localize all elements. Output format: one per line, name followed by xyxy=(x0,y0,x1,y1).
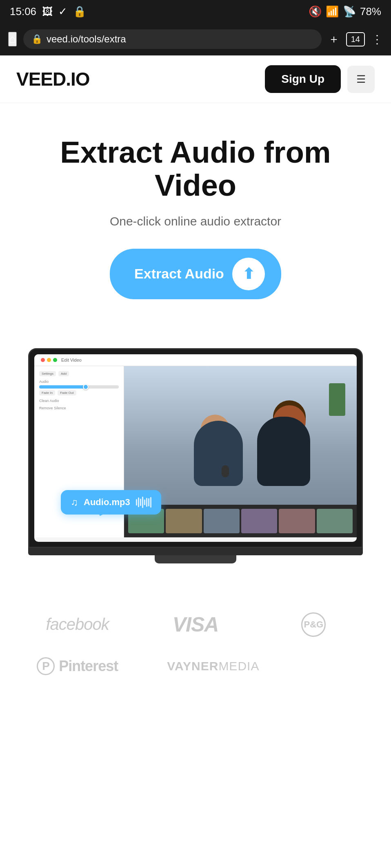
battery: 78% xyxy=(360,5,381,18)
close-dot xyxy=(41,358,45,362)
wave-bar-2 xyxy=(138,497,139,507)
signal-icon: 📡 xyxy=(343,5,356,18)
remove-silence-label: Remove Silence xyxy=(39,406,119,410)
lock-icon: 🔒 xyxy=(31,34,42,44)
check-icon: ✓ xyxy=(58,5,67,18)
facebook-logo: facebook xyxy=(46,615,109,633)
lock-status-icon: 🔒 xyxy=(73,5,86,18)
timeline-thumb-6 xyxy=(317,509,353,533)
settings-row: Settings Add xyxy=(39,371,119,376)
hero-subtitle: One-click online audio extractor xyxy=(24,214,367,228)
browser-menu-button[interactable]: ⋮ xyxy=(371,33,383,46)
status-left: 15:06 🖼 ✓ 🔒 xyxy=(10,5,86,18)
music-icon: ♫ xyxy=(71,497,78,508)
audio-waveform xyxy=(136,497,151,508)
fade-out-chip: Fade Out xyxy=(58,390,76,395)
brand-pg: P&G xyxy=(301,612,326,637)
audio-bar-handle xyxy=(83,384,89,390)
remove-silence-section: Remove Silence xyxy=(39,406,119,410)
media-text: MEDIA xyxy=(218,659,259,673)
wave-bar-6 xyxy=(146,498,147,507)
pinterest-text: Pinterest xyxy=(59,658,118,675)
vaynermedia-logo: VAYNERMEDIA xyxy=(167,659,259,673)
timeline-thumb-2 xyxy=(166,509,202,533)
brand-pinterest: P Pinterest xyxy=(37,657,118,675)
wave-bar-7 xyxy=(148,498,149,506)
pinterest-circle-icon: P xyxy=(37,657,55,675)
upload-arrow-icon: ⬆ xyxy=(242,265,255,283)
hero-section: Extract Audio from Video One-click onlin… xyxy=(0,103,391,340)
person1-body xyxy=(194,421,243,486)
screen-dots xyxy=(41,358,57,362)
time: 15:06 xyxy=(10,5,36,18)
audio-slider xyxy=(39,385,119,389)
nav-right: Sign Up ☰ xyxy=(265,65,375,93)
wave-bar-4 xyxy=(142,497,143,508)
timeline-thumb-4 xyxy=(241,509,277,533)
navbar: VEED.IO Sign Up ☰ xyxy=(0,55,391,103)
brands-section: facebook VISA P&G P Pinterest VAYNERMEDI… xyxy=(0,588,391,708)
fade-in-chip: Fade In xyxy=(39,390,55,395)
settings-chip: Settings xyxy=(39,371,56,376)
gallery-icon: 🖼 xyxy=(42,5,53,18)
visa-logo: VISA xyxy=(173,613,219,636)
tabs-button[interactable]: 14 xyxy=(346,32,365,46)
timeline-thumb-3 xyxy=(204,509,240,533)
vayner-text: VAYNER xyxy=(167,659,218,673)
extract-audio-label: Extract Audio xyxy=(134,266,224,282)
status-right: 🔇 📶 📡 78% xyxy=(309,5,381,18)
wave-bar-1 xyxy=(136,499,137,506)
pg-logo: P&G xyxy=(301,612,326,637)
sign-up-button[interactable]: Sign Up xyxy=(265,65,341,93)
laptop-mockup: Edit Video Settings Add Audio xyxy=(28,348,363,563)
person2-body xyxy=(257,417,310,486)
minimize-dot xyxy=(47,358,51,362)
clean-audio-section: Clean Audio xyxy=(39,399,119,403)
screen-title: Edit Video xyxy=(61,358,82,362)
url-text: veed.io/tools/extra xyxy=(47,33,126,45)
brand-visa: VISA xyxy=(173,613,219,636)
hero-title: Extract Audio from Video xyxy=(24,136,367,202)
new-tab-button[interactable]: ＋ xyxy=(328,31,340,47)
fade-row: Fade In Fade Out xyxy=(39,390,119,395)
upload-circle: ⬆ xyxy=(232,258,265,290)
settings-section: Settings Add xyxy=(39,371,119,376)
status-bar: 15:06 🖼 ✓ 🔒 🔇 📶 📡 78% xyxy=(0,0,391,23)
wifi-icon: 📶 xyxy=(326,5,339,18)
audio-section: Audio Fade In Fade Out xyxy=(39,380,119,395)
laptop-screen: Edit Video Settings Add Audio xyxy=(28,348,363,548)
wave-bar-3 xyxy=(140,499,141,506)
wave-bar-5 xyxy=(144,499,145,505)
clean-audio-label: Clean Audio xyxy=(39,399,119,403)
url-box[interactable]: 🔒 veed.io/tools/extra xyxy=(23,29,322,49)
veed-logo: VEED.IO xyxy=(16,68,90,90)
pinterest-logo: P Pinterest xyxy=(37,657,118,675)
mute-icon: 🔇 xyxy=(309,5,322,18)
home-button[interactable]: ⌂ xyxy=(8,32,17,46)
laptop-stand xyxy=(155,555,236,563)
brand-facebook: facebook xyxy=(46,615,109,634)
address-bar: ⌂ 🔒 veed.io/tools/extra ＋ 14 ⋮ xyxy=(0,23,391,55)
brand-vaynermedia: VAYNERMEDIA xyxy=(142,659,259,673)
audio-label: Audio xyxy=(39,380,119,384)
wave-bar-8 xyxy=(150,497,151,508)
audio-bar-fill xyxy=(39,385,87,389)
mockup-container: Edit Video Settings Add Audio xyxy=(0,340,391,588)
add-chip: Add xyxy=(58,371,69,376)
timeline-thumb-5 xyxy=(279,509,315,533)
hamburger-menu-button[interactable]: ☰ xyxy=(347,66,375,93)
maximize-dot xyxy=(53,358,57,362)
screen-header: Edit Video xyxy=(34,354,357,366)
laptop-base xyxy=(28,548,363,555)
extract-audio-button[interactable]: Extract Audio ⬆ xyxy=(110,249,281,299)
